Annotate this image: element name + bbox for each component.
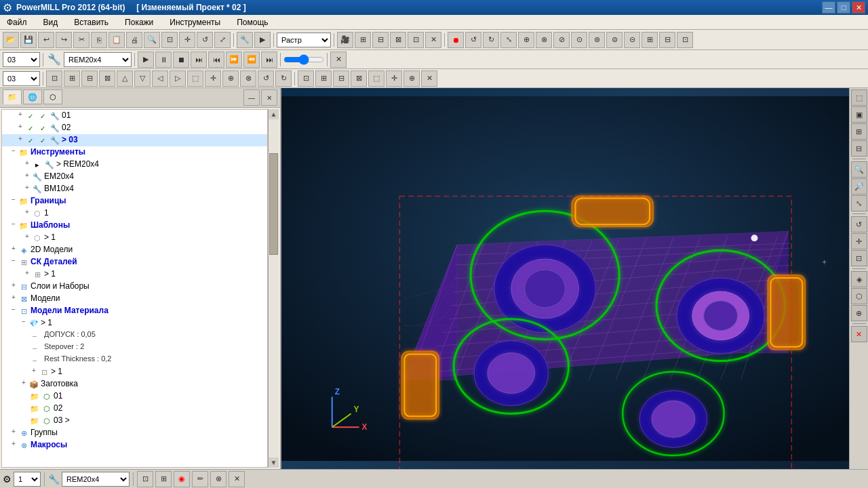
tb2-end[interactable]: ⏭ <box>261 52 277 68</box>
tb-rot2[interactable]: ↻ <box>483 32 499 48</box>
tb-cam5[interactable]: ⊡ <box>408 32 424 48</box>
tb2-next[interactable]: ⏭ <box>191 52 207 68</box>
tree-node-cs1[interactable]: + ⊞ > 1 <box>2 268 267 281</box>
tb-extra4[interactable]: ⊙ <box>571 32 587 48</box>
tab-globe[interactable]: 🌐 <box>23 89 42 104</box>
tb-cam3[interactable]: ⊟ <box>372 32 389 48</box>
toggle-matmodels[interactable]: − <box>9 306 18 313</box>
toggle-01[interactable]: + <box>16 110 25 118</box>
tb-sim[interactable]: ▶ <box>254 32 271 48</box>
toggle-workpiece[interactable]: + <box>19 379 28 386</box>
toggle-b1[interactable]: + <box>22 208 32 216</box>
tb3-a12[interactable]: ⊗ <box>240 70 256 87</box>
minimize-button[interactable]: — <box>822 1 835 14</box>
rt-select[interactable]: ⊡ <box>851 250 867 266</box>
tb-extra6[interactable]: ⊜ <box>606 32 623 48</box>
tb-extra1[interactable]: ⊕ <box>518 32 534 48</box>
scroll-track[interactable] <box>269 119 279 458</box>
tree-node-layers[interactable]: + ⊟ Слои и Наборы <box>2 281 267 293</box>
tb-save[interactable]: 💾 <box>20 32 37 48</box>
tb-copy[interactable]: ⎘ <box>91 32 107 48</box>
tb-redo[interactable]: ↪ <box>56 32 72 48</box>
bt-a2[interactable]: ⊞ <box>155 471 172 487</box>
tb2-step-bwd[interactable]: ⏪ <box>243 52 260 68</box>
toggle-macros[interactable]: + <box>9 440 18 447</box>
menu-show[interactable]: Покажи <box>121 16 157 28</box>
toggle-csdetali[interactable]: − <box>9 257 18 264</box>
scroll-thumb[interactable] <box>269 153 278 255</box>
toggle-models[interactable]: + <box>9 293 18 301</box>
maximize-button[interactable]: □ <box>837 1 850 14</box>
toggle-cs1[interactable]: + <box>22 269 32 277</box>
toggle-mat1[interactable]: − <box>19 318 28 325</box>
panel-close[interactable]: ✕ <box>261 89 277 106</box>
tb3-close[interactable]: ✕ <box>421 70 437 87</box>
tb-extra5[interactable]: ⊛ <box>589 32 605 48</box>
tb2-stop[interactable]: ⏹ <box>173 52 189 68</box>
tb3-b6[interactable]: ✛ <box>386 70 402 87</box>
tree-node-models[interactable]: + ⊠ Модели <box>2 293 267 305</box>
rt-view3[interactable]: ⊞ <box>851 123 867 140</box>
toggle-mat1sub[interactable]: + <box>29 367 39 374</box>
tb3-a11[interactable]: ⊕ <box>222 70 239 87</box>
tb-rotate[interactable]: ↺ <box>197 32 213 48</box>
tree-node-matmodels-header[interactable]: − ⊡ Модели Материала <box>2 305 267 317</box>
bt-zoom-select[interactable]: 1 <box>14 472 41 487</box>
tab-explorer[interactable]: 📁 <box>3 89 22 104</box>
tb3-b5[interactable]: ⬚ <box>368 70 384 87</box>
tree-node-rem20x4[interactable]: + ▸ 🔧 > REM20x4 <box>2 159 267 171</box>
toggle-layers[interactable]: + <box>9 281 18 289</box>
tree-node-macros[interactable]: + ⊗ Макросы <box>2 439 267 451</box>
tb2-close[interactable]: ✕ <box>330 52 347 68</box>
tb-rec[interactable]: ⏺ <box>448 32 464 48</box>
dropdown-view3[interactable]: 03 <box>3 71 40 86</box>
tb-fit[interactable]: ⤡ <box>500 32 517 48</box>
dropdown-toolname[interactable]: REM20x4 <box>64 52 132 67</box>
rt-extra[interactable]: ⊕ <box>851 305 867 321</box>
tb3-b2[interactable]: ⊞ <box>315 70 332 87</box>
toggle-rem20x4[interactable]: + <box>22 159 32 167</box>
rt-view2[interactable]: ▣ <box>851 106 867 123</box>
menu-help[interactable]: Помощь <box>233 16 272 28</box>
toggle-bm10x4[interactable]: + <box>22 184 32 191</box>
tb3-a13[interactable]: ↺ <box>258 70 274 87</box>
tb2-step-fwd[interactable]: ⏩ <box>226 52 242 68</box>
speed-slider[interactable] <box>283 54 324 65</box>
tb2-pause[interactable]: ⏸ <box>155 52 172 68</box>
toggle-em20x4[interactable]: + <box>22 171 32 179</box>
tb3-b4[interactable]: ⊠ <box>351 70 367 87</box>
rt-fit[interactable]: ⤡ <box>851 195 867 211</box>
tree-content[interactable]: + ✓ ✓ 🔧 01 + ✓ ✓ 🔧 02 + ✓ <box>1 109 268 468</box>
tb3-a8[interactable]: ▷ <box>170 70 186 87</box>
tb3-a9[interactable]: ⬚ <box>187 70 203 87</box>
bt-a1[interactable]: ⊡ <box>137 471 153 487</box>
tree-node-03[interactable]: + ✓ ✓ 🔧 > 03 <box>2 134 267 146</box>
tb-scale[interactable]: ⤢ <box>214 32 231 48</box>
tree-node-mp03[interactable]: 📁 ⬡ 03 > <box>2 415 267 427</box>
tb-paste[interactable]: 📋 <box>108 32 125 48</box>
tb3-a3[interactable]: ⊟ <box>81 70 98 87</box>
tree-node-tp1[interactable]: + ⬡ > 1 <box>2 232 267 244</box>
rt-shading[interactable]: ◈ <box>851 271 867 287</box>
rt-zoom-in[interactable]: 🔍 <box>851 161 867 178</box>
tb-extra10[interactable]: ⊡ <box>677 32 693 48</box>
rt-pan[interactable]: ✛ <box>851 233 867 249</box>
viewport[interactable]: Z X Y + <box>281 88 849 469</box>
tree-node-workpiece[interactable]: + 📦 Заготовка <box>2 378 267 390</box>
bt-close[interactable]: ✕ <box>229 471 245 487</box>
tree-node-em20x4[interactable]: + 🔧 EM20x4 <box>2 171 267 183</box>
tree-node-mp02[interactable]: 📁 ⬡ 02 <box>2 403 267 415</box>
tb-undo[interactable]: ↩ <box>38 32 54 48</box>
tb-close-view[interactable]: ✕ <box>425 32 441 48</box>
bt-tool-select[interactable]: REM20x4 <box>62 472 130 487</box>
menu-view[interactable]: Вид <box>39 16 62 28</box>
raster-dropdown[interactable]: Растр <box>277 33 331 47</box>
tb3-a14[interactable]: ↻ <box>275 70 292 87</box>
tb-rot1[interactable]: ↺ <box>465 32 481 48</box>
bt-a3[interactable]: ◉ <box>174 471 190 487</box>
toggle-templates[interactable]: − <box>9 220 18 228</box>
tb-select[interactable]: ⊡ <box>161 32 178 48</box>
tb3-a1[interactable]: ⊡ <box>46 70 62 87</box>
tree-node-bm10x4[interactable]: + 🔧 BM10x4 <box>2 183 267 195</box>
tree-node-groups[interactable]: + ⊕ Группы <box>2 427 267 439</box>
